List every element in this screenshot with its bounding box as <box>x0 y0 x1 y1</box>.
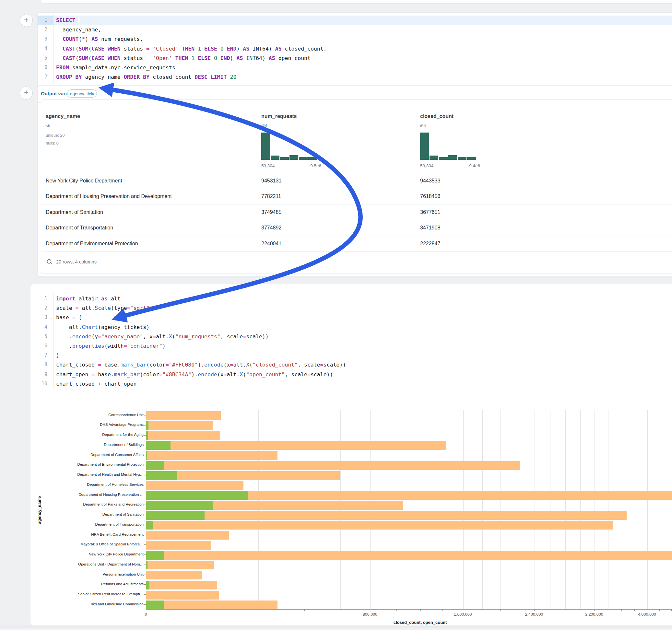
bar-open-count <box>146 561 147 570</box>
sql-editor[interactable]: 1⌄SELECT 2 agency_name,3 COUNT(*) AS num… <box>38 16 672 82</box>
bar-closed-count <box>146 461 520 470</box>
hist-min-label: 53,304 <box>420 163 433 168</box>
x-axis-tick <box>580 609 580 611</box>
column-type-closed-count: i64 <box>420 123 426 128</box>
table-cell: Department of Sanitation <box>41 209 257 215</box>
sql-cell: 1⌄SELECT 2 agency_name,3 COUNT(*) AS num… <box>37 12 672 277</box>
gridline <box>622 410 622 609</box>
x-axis-line <box>146 609 672 610</box>
code-line-4[interactable]: 4 alt.Chart(agency_tickets) <box>38 322 672 332</box>
histogram-bar <box>299 157 308 160</box>
fold-chevron-icon[interactable]: ⌄ <box>50 16 52 25</box>
histogram-bar <box>308 157 317 160</box>
search-icon[interactable] <box>46 259 53 265</box>
hist-max-label: 9.4e6 <box>469 163 480 168</box>
x-axis-tick <box>634 609 635 611</box>
code-line-6[interactable]: 6FROM sample_data.nyc.service_requests <box>38 63 672 72</box>
line-number: 2 <box>38 303 53 313</box>
x-axis-tick <box>534 609 534 611</box>
line-number: 5 <box>38 53 53 63</box>
code-text: .encode(y="agency_name", x=alt.X("num_re… <box>56 332 269 341</box>
y-axis-label: Senior Citizen Rent Increase Exempti… <box>78 592 144 596</box>
histogram-bar <box>448 155 457 160</box>
code-text: alt.Chart(agency_tickets) <box>56 322 149 332</box>
table-cell: 9453131 <box>257 178 415 184</box>
line-number: 3⌄ <box>38 313 53 322</box>
output-variable-pill[interactable]: agency_tickets <box>67 90 97 98</box>
text-cursor <box>79 17 79 23</box>
python-editor[interactable]: 1import altair as alt2scale = alt.Scale(… <box>38 294 672 389</box>
bar-open-count <box>146 501 213 510</box>
table-cell: 3677651 <box>415 209 672 215</box>
y-axis-label: New York City Police Department <box>89 552 144 556</box>
code-line-3[interactable]: 3 COUNT(*) AS num_requests, <box>38 34 672 44</box>
y-axis-label: Department of Homeless Services <box>87 483 144 486</box>
bar-closed-count <box>146 571 202 579</box>
x-axis-tick <box>647 609 647 611</box>
table-cell: Department of Transportation <box>41 225 257 231</box>
bar-open-count <box>146 431 148 440</box>
x-axis-tick <box>442 609 443 611</box>
bar-open-count <box>146 441 170 450</box>
bar-closed-count <box>146 531 229 539</box>
code-line-2[interactable]: 2scale = alt.Scale(type="sqrt") <box>38 303 672 313</box>
fold-chevron-icon[interactable]: ⌄ <box>50 313 52 322</box>
add-cell-button-output[interactable]: + <box>20 87 33 99</box>
y-axis-label: DHS Advantage Programs <box>100 422 144 427</box>
editor-output-divider <box>38 85 672 86</box>
x-axis-tick <box>340 609 340 611</box>
code-line-5[interactable]: 5 .encode(y="agency_name", x=alt.X("num_… <box>38 332 672 341</box>
x-axis-tick-label: 3,200,000 <box>585 612 603 617</box>
line-number: 3 <box>38 34 53 44</box>
code-line-6[interactable]: 6 .properties(width="container") <box>38 341 672 350</box>
code-line-7[interactable]: 7) <box>38 350 672 360</box>
code-text: GROUP BY agency_name ORDER BY closed_cou… <box>56 72 236 82</box>
y-axis-label: Department of Consumer Affairs <box>91 453 144 457</box>
x-axis-tick-label: 0 <box>145 612 147 617</box>
bar-closed-count <box>146 601 278 609</box>
column-type-agency-name: str <box>46 123 51 128</box>
code-text: agency_name, <box>56 25 101 34</box>
previous-cell-edge <box>41 0 672 4</box>
bar-closed-count <box>146 431 220 440</box>
code-text: import altair as alt <box>56 294 121 303</box>
code-line-10[interactable]: 10chart_closed + chart_open <box>38 379 672 389</box>
table-row: Department of Transportation377489234719… <box>41 220 672 236</box>
bar-open-count <box>146 581 149 589</box>
code-line-9[interactable]: 9chart_open = base.mark_bar(color="#8BC3… <box>38 370 672 379</box>
code-line-8[interactable]: 8chart_closed = base.mark_bar(color="#FF… <box>38 360 672 369</box>
y-axis-label: Mayorâ€ s Office of Special Enforce… <box>80 542 144 546</box>
table-cell: 3749485 <box>257 209 415 215</box>
hist-max-label: 9.5e6 <box>310 163 321 168</box>
line-number: 7 <box>38 72 53 82</box>
table-cell: 3471908 <box>415 225 672 231</box>
y-axis-label: Department of Buildings <box>104 443 144 446</box>
code-line-4[interactable]: 4 CAST(SUM(CASE WHEN status = 'Closed' T… <box>38 44 672 53</box>
code-line-2[interactable]: 2 agency_name, <box>38 25 672 34</box>
x-axis-tick <box>594 609 595 611</box>
line-number: 5 <box>38 332 53 341</box>
bar-open-count <box>146 601 164 609</box>
table-cell: 9443533 <box>415 178 672 184</box>
code-line-3[interactable]: 3⌄base = ( <box>38 313 672 322</box>
x-axis-tick <box>421 609 421 611</box>
bar-closed-count <box>146 551 672 560</box>
code-line-5[interactable]: 5 CAST(SUM(CASE WHEN status = 'Open' THE… <box>38 53 672 63</box>
add-cell-button-top[interactable]: + <box>20 14 33 27</box>
gridline <box>647 410 648 609</box>
code-line-1[interactable]: 1import altair as alt <box>38 294 672 303</box>
histogram-bar <box>261 132 270 160</box>
column-type-num-requests: i64 <box>261 123 267 128</box>
y-axis-label: Department of Environmental Protection <box>77 462 144 466</box>
code-text: FROM sample_data.nyc.service_requests <box>56 63 175 72</box>
table-cell: 7618456 <box>415 193 672 199</box>
code-text: SELECT <box>56 16 79 25</box>
table-cell: Department of Environmental Protection <box>41 241 257 247</box>
bar-closed-count <box>146 421 213 430</box>
gridline <box>463 410 463 609</box>
x-axis-tick <box>482 609 482 611</box>
code-line-1[interactable]: 1⌄SELECT <box>38 16 672 25</box>
x-axis-tick <box>621 609 622 611</box>
x-axis-tick <box>463 609 463 611</box>
code-line-7[interactable]: 7GROUP BY agency_name ORDER BY closed_co… <box>38 72 672 82</box>
